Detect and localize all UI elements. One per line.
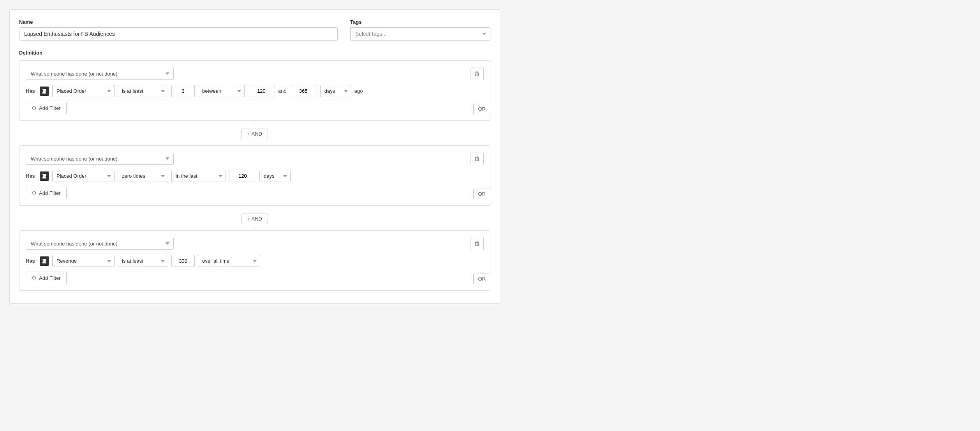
condition-block-2-wrapper: What someone has done (or not done) 🗑 Ha… [19, 145, 490, 206]
add-filter-button-2[interactable]: ⚙ Add Filter [26, 187, 67, 199]
or-button-3[interactable]: OR [473, 274, 491, 284]
and-connector-2: + AND [19, 209, 490, 229]
condition-block-1: What someone has done (or not done) 🗑 Ha… [19, 60, 490, 121]
condition-select-3[interactable]: is at least [118, 255, 168, 267]
add-filter-button-1[interactable]: ⚙ Add Filter [26, 102, 67, 114]
definition-label: Definition [19, 50, 490, 56]
condition-type-row-2: What someone has done (or not done) 🗑 [26, 152, 484, 165]
condition-type-select-2[interactable]: What someone has done (or not done) [26, 153, 174, 165]
connector-line-bottom-1 [255, 140, 255, 144]
trash-icon-2: 🗑 [474, 155, 480, 162]
condition-select-2[interactable]: zero times [118, 170, 168, 182]
has-row-1: Has Placed Order is at least between and [26, 85, 484, 97]
has-label-2: Has [26, 173, 37, 179]
condition-type-row-1: What someone has done (or not done) 🗑 [26, 67, 484, 80]
event-select-3[interactable]: Revenue [52, 255, 115, 267]
add-filter-button-3[interactable]: ⚙ Add Filter [26, 272, 67, 284]
timeframe-select-3[interactable]: over all time [198, 255, 260, 267]
and-label-1: and [278, 88, 287, 94]
count-input-3[interactable] [171, 255, 195, 267]
condition-type-select-1[interactable]: What someone has done (or not done) [26, 68, 174, 80]
add-filter-row-3: ⚙ Add Filter [26, 272, 484, 284]
trash-icon-3: 🗑 [474, 240, 480, 247]
has-label-1: Has [26, 88, 37, 94]
condition-block-2: What someone has done (or not done) 🗑 Ha… [19, 145, 490, 206]
and-connector-button-2[interactable]: + AND [241, 214, 268, 224]
event-icon-3 [40, 256, 49, 266]
timeframe-select-1[interactable]: between [198, 85, 245, 97]
filter-icon-1: ⚙ [32, 105, 37, 111]
name-label: Name [19, 19, 338, 25]
condition-block-1-wrapper: What someone has done (or not done) 🗑 Ha… [19, 60, 490, 121]
days-from-input-1[interactable] [248, 85, 275, 97]
delete-button-2[interactable]: 🗑 [471, 152, 484, 165]
name-input[interactable] [19, 27, 338, 41]
has-row-2: Has Placed Order zero times in the last … [26, 170, 484, 182]
tags-group: Tags Select tags... [350, 19, 490, 41]
trash-icon-1: 🗑 [474, 70, 480, 77]
event-select-1[interactable]: Placed Order [52, 85, 115, 97]
or-button-2[interactable]: OR [473, 189, 491, 199]
add-filter-label-3: Add Filter [39, 275, 61, 281]
tags-label: Tags [350, 19, 490, 25]
has-row-3: Has Revenue is at least over all time [26, 255, 484, 267]
add-filter-label-2: Add Filter [39, 190, 61, 196]
event-icon-1 [40, 87, 49, 96]
and-connector-1: + AND [19, 124, 490, 144]
filter-icon-3: ⚙ [32, 275, 37, 281]
connector-line-top-1 [255, 124, 255, 128]
event-select-2[interactable]: Placed Order [52, 170, 115, 182]
days-from-input-2[interactable] [229, 170, 256, 182]
condition-block-3-wrapper: What someone has done (or not done) 🗑 Ha… [19, 230, 490, 291]
delete-button-3[interactable]: 🗑 [471, 237, 484, 250]
event-icon-2 [40, 171, 49, 181]
connector-line-bottom-2 [255, 225, 255, 229]
delete-button-1[interactable]: 🗑 [471, 67, 484, 80]
condition-type-select-3[interactable]: What someone has done (or not done) [26, 238, 174, 250]
days-unit-select-2[interactable]: days [259, 170, 291, 182]
days-unit-select-1[interactable]: days [320, 85, 351, 97]
has-label-3: Has [26, 258, 37, 264]
and-connector-button-1[interactable]: + AND [241, 129, 268, 139]
days-to-input-1[interactable] [290, 85, 317, 97]
timeframe-select-2[interactable]: in the last [171, 170, 226, 182]
condition-select-1[interactable]: is at least [118, 85, 168, 97]
filter-icon-2: ⚙ [32, 190, 37, 196]
connector-line-top-2 [255, 209, 255, 213]
top-row: Name Tags Select tags... [19, 19, 490, 41]
ago-label-1: ago [354, 88, 363, 94]
count-input-1[interactable] [171, 85, 195, 97]
page-container: Name Tags Select tags... Definition What… [9, 9, 500, 304]
condition-type-row-3: What someone has done (or not done) 🗑 [26, 237, 484, 250]
add-filter-row-2: ⚙ Add Filter [26, 187, 484, 199]
tags-select[interactable]: Select tags... [350, 27, 490, 41]
add-filter-label-1: Add Filter [39, 105, 61, 111]
add-filter-row-1: ⚙ Add Filter [26, 102, 484, 114]
condition-block-3: What someone has done (or not done) 🗑 Ha… [19, 230, 490, 291]
or-button-1[interactable]: OR [473, 104, 491, 114]
name-group: Name [19, 19, 338, 41]
